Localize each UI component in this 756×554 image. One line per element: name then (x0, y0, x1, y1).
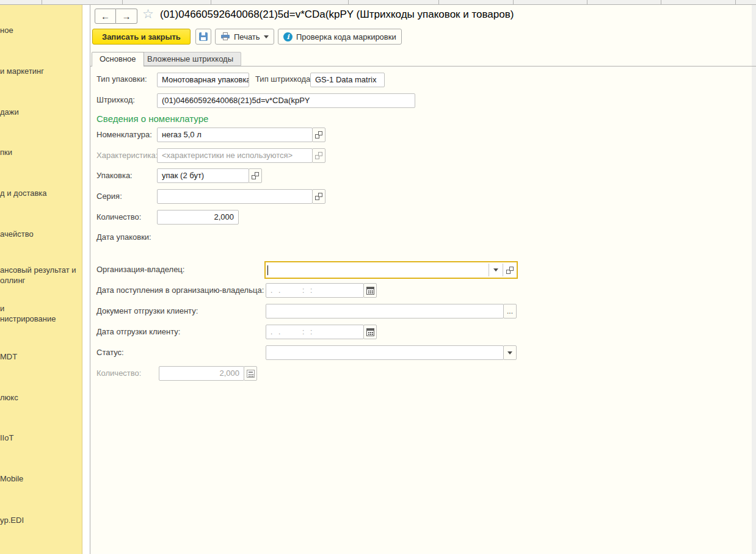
tab-nested-barcodes[interactable]: Вложенные штрихкоды (139, 52, 241, 66)
sidebar-item-lux[interactable]: люкс (0, 392, 81, 403)
sidebar-item-purchases[interactable]: пки (0, 147, 81, 157)
sidebar-item-mobile[interactable]: Mobile (0, 473, 81, 484)
save-button[interactable] (195, 29, 211, 45)
owner-org-label: Организация-владелец: (96, 265, 184, 274)
back-button[interactable] (95, 9, 116, 24)
status-dropdown-button[interactable] (503, 345, 517, 360)
barcode-label: Штрихкод: (96, 95, 135, 104)
status-field[interactable] (266, 345, 504, 360)
form-title: (01)04660592640068(21)5d=v*CDa(kpPY (Штр… (160, 9, 514, 21)
packaging-type-field[interactable]: Монотоварная упаковка (157, 73, 249, 87)
window-tab-separator (735, 0, 736, 5)
nomenclature-section-title: Сведения о номенклатуре (96, 113, 208, 124)
shipping-date-label: Дата отгрузки клиенту: (96, 327, 180, 336)
dropdown-arrow-icon (507, 351, 512, 354)
receipt-date-field[interactable]: . . : : (266, 283, 364, 298)
series-field[interactable] (157, 189, 313, 204)
save-and-close-button[interactable]: Записать и закрыть (92, 29, 191, 45)
shipping-date-field[interactable]: . . : : (266, 325, 364, 339)
status-label: Статус: (96, 348, 124, 357)
nomenclature-open-button[interactable] (312, 128, 325, 142)
dropdown-arrow-icon (264, 35, 269, 38)
characteristic-label: Характеристика: (96, 151, 158, 160)
open-icon (252, 172, 259, 179)
owner-org-input[interactable] (266, 262, 489, 278)
print-button[interactable]: Печать (215, 29, 274, 45)
packing-date-label: Дата упаковки: (96, 232, 151, 242)
packaging-label: Упаковка: (96, 171, 133, 180)
series-label: Серия: (96, 192, 122, 201)
sidebar-item-warehouse[interactable]: д и доставка (0, 188, 81, 198)
calendar-icon (366, 328, 374, 336)
owner-org-field[interactable] (264, 261, 518, 279)
sidebar-item-sales[interactable]: дажи (0, 107, 81, 117)
sidebar-item-admin[interactable]: и нистрирование (0, 303, 81, 324)
series-open-button[interactable] (312, 189, 325, 204)
form-background (90, 5, 756, 554)
shipping-doc-label: Документ отгрузки клиенту: (96, 306, 198, 315)
open-icon (315, 193, 322, 200)
packaging-open-button[interactable] (249, 168, 262, 183)
packaging-field[interactable]: упак (2 бут) (157, 168, 249, 183)
dropdown-arrow-icon (493, 268, 498, 272)
info-icon (283, 32, 293, 41)
calculator-icon (247, 370, 255, 378)
quantity-label: Количество: (96, 212, 141, 221)
sidebar-item-main[interactable]: ное (0, 25, 81, 35)
window-tab-strip (0, 0, 756, 5)
receipt-date-label: Дата поступления в организацию-владельца… (96, 286, 264, 295)
forward-button[interactable] (116, 9, 137, 24)
sidebar-item-crm[interactable]: и маркетинг (0, 66, 81, 76)
owner-org-dropdown-button[interactable] (489, 262, 503, 278)
barcode-type-label: Тип штрихкода: (255, 74, 313, 84)
favorite-star-icon[interactable] (142, 7, 154, 21)
sidebar-item-treasury[interactable]: ачейство (0, 229, 81, 239)
window-tab-separator (661, 0, 661, 5)
history-nav (95, 9, 137, 24)
vertical-scrollbar[interactable] (752, 5, 756, 554)
quantity-calculator-button[interactable] (244, 366, 257, 381)
window-tab-separator (211, 0, 211, 5)
shipping-doc-field[interactable] (266, 304, 504, 318)
nomenclature-field[interactable]: негаз 5,0 л (157, 128, 313, 142)
check-marking-label: Проверка кода маркировки (296, 32, 396, 41)
floppy-disk-icon (199, 32, 208, 41)
shipping-date-calendar-button[interactable] (363, 325, 377, 339)
text-cursor (267, 265, 268, 275)
print-button-label: Печать (234, 32, 260, 41)
window-tab-separator (42, 0, 42, 5)
owner-org-open-button[interactable] (503, 262, 517, 278)
forward-arrow-icon (122, 11, 131, 21)
sidebar-item-finresult[interactable]: ансовый результат и оллинг (0, 265, 81, 286)
open-icon (315, 131, 322, 138)
barcode-field[interactable]: (01)04660592640068(21)5d=v*CDa(kpPY (157, 93, 415, 108)
tab-main[interactable]: Основное (92, 52, 144, 67)
open-icon (506, 267, 514, 274)
sections-sidebar: ное и маркетинг дажи пки д и доставка ач… (0, 5, 82, 554)
window-tab-separator (438, 0, 439, 5)
sidebar-item-mdt[interactable]: MDT (0, 351, 81, 362)
receipt-date-calendar-button[interactable] (363, 283, 377, 298)
window-tab-separator (587, 0, 587, 5)
tabbar-line (90, 66, 756, 67)
sidebar-item-edi[interactable]: yp.EDI (0, 515, 81, 525)
characteristic-field: <характеристики не используются> (157, 148, 313, 163)
open-icon (315, 152, 322, 159)
check-marking-code-button[interactable]: Проверка кода маркировки (278, 29, 402, 45)
window-tab-separator (513, 0, 514, 5)
printer-icon (220, 32, 230, 41)
sidebar-item-iiot[interactable]: IIoT (0, 433, 81, 443)
characteristic-open-button[interactable] (312, 148, 325, 163)
quantity-disabled-field: 2,000 (159, 366, 244, 381)
back-arrow-icon (101, 11, 110, 21)
app-window: ное и маркетинг дажи пки д и доставка ач… (0, 0, 756, 554)
window-tab-separator (348, 0, 349, 5)
window-tab-separator (122, 0, 123, 5)
packaging-type-label: Тип упаковки: (96, 74, 147, 84)
barcode-type-field[interactable]: GS-1 Data matrix (310, 73, 385, 87)
quantity-disabled-label: Количество: (96, 369, 141, 378)
shipping-doc-more-button[interactable]: ... (503, 304, 517, 318)
nomenclature-label: Номенклатура: (96, 130, 152, 139)
calendar-icon (366, 287, 374, 295)
quantity-field[interactable]: 2,000 (157, 210, 239, 225)
